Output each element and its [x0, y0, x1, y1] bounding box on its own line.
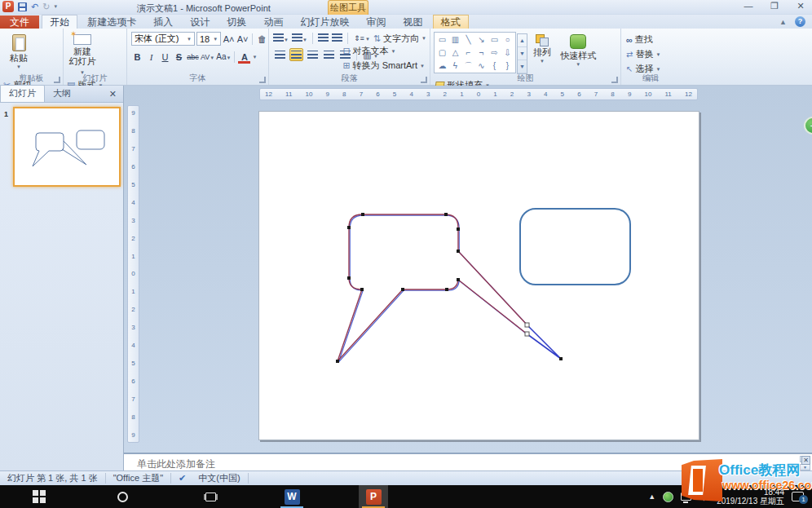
shape-icon[interactable]: } [501, 60, 514, 72]
shape-icon[interactable]: ▭ [436, 33, 448, 46]
decrease-indent-button[interactable] [318, 33, 329, 43]
tab-format[interactable]: 格式 [433, 15, 469, 29]
bold-button[interactable]: B [131, 51, 143, 64]
align-left-button[interactable] [273, 48, 287, 61]
shape-icon[interactable]: { [488, 60, 501, 72]
strikethrough-button[interactable]: S [173, 51, 185, 64]
line-spacing-button[interactable]: ⇕≡▼ [353, 32, 370, 45]
tab-animations[interactable]: 动画 [256, 15, 290, 29]
character-spacing-button[interactable]: AV▼ [201, 51, 214, 64]
shape-icon[interactable]: ▢ [436, 46, 448, 59]
shape-icon[interactable]: ⌒ [462, 60, 474, 72]
search-button[interactable] [108, 485, 137, 508]
shape-icon[interactable]: ○ [501, 33, 514, 46]
font-dialog-launcher-icon[interactable] [259, 77, 266, 83]
tab-slideshow[interactable]: 幻灯片放映 [293, 15, 356, 29]
antivirus-tray-icon[interactable] [663, 492, 673, 502]
shape-icon[interactable]: ¬ [475, 46, 488, 59]
find-button[interactable]: ∞查找 [626, 33, 660, 46]
undo-icon[interactable]: ↶ [31, 2, 38, 11]
paste-dropdown-icon[interactable]: ▼ [16, 64, 21, 69]
paragraph-dialog-launcher-icon[interactable] [421, 77, 427, 83]
change-case-button[interactable]: Aa▼ [216, 51, 231, 64]
align-right-button[interactable] [306, 48, 320, 61]
tab-review[interactable]: 审阅 [360, 15, 394, 29]
align-text-button[interactable]: ⊟对齐文本 ▼ [342, 45, 425, 57]
qat-dropdown-icon[interactable]: ▾ [54, 3, 57, 10]
shape-icon[interactable]: ϟ [449, 60, 461, 72]
tab-view[interactable]: 视图 [396, 15, 430, 29]
taskbar-word[interactable]: W [277, 485, 307, 508]
notes-placeholder[interactable]: 单击此处添加备注 [137, 458, 215, 470]
tab-slides-thumbnails[interactable]: 幻灯片 [0, 85, 45, 102]
collapse-ribbon-icon[interactable]: ▲ [779, 18, 787, 26]
font-size-combo[interactable]: 18▼ [196, 32, 221, 46]
help-icon[interactable]: ? [795, 16, 805, 27]
drawing-dialog-launcher-icon[interactable] [611, 77, 618, 83]
slide-thumbnail[interactable] [13, 107, 121, 187]
task-view-button[interactable] [196, 485, 225, 508]
justify-button[interactable] [322, 48, 336, 61]
gallery-down-icon[interactable]: ▼ [518, 47, 527, 60]
shape-icon[interactable]: ⌐ [462, 46, 474, 59]
theme-name[interactable]: "Office 主题" [106, 473, 171, 484]
shape-icon[interactable]: ∿ [475, 60, 488, 72]
watermark-close-icon[interactable]: ✕ [801, 456, 810, 465]
taskbar-powerpoint[interactable]: P [359, 485, 388, 508]
gallery-up-icon[interactable]: ▲ [518, 34, 527, 47]
tab-custom[interactable]: 新建选项卡 [80, 15, 143, 29]
maximize-button[interactable]: ❐ [768, 1, 781, 11]
shrink-font-button[interactable]: A˅ [236, 33, 249, 46]
slide-editing-area[interactable]: 1211109876543210123456789101112 98765432… [124, 86, 812, 453]
edit-handle-points[interactable] [525, 323, 529, 336]
shape-icon[interactable]: ╲ [462, 33, 474, 46]
spellcheck-icon[interactable]: ✔ [171, 473, 191, 484]
redo-icon[interactable]: ↻ [42, 2, 50, 11]
callout-shape-edit-path[interactable] [338, 214, 527, 361]
text-shadow-button[interactable]: abc [187, 51, 199, 64]
tab-file[interactable]: 文件 [0, 15, 39, 29]
close-button[interactable]: ✕ [794, 1, 807, 11]
quick-styles-button[interactable]: 快速样式▼ [557, 32, 599, 77]
close-pane-icon[interactable]: ✕ [103, 89, 123, 102]
save-icon[interactable] [18, 2, 27, 11]
tab-design[interactable]: 设计 [183, 15, 217, 29]
shape-icon[interactable]: △ [449, 46, 461, 59]
numbering-button[interactable]: ▼ [292, 33, 307, 43]
gallery-more-icon[interactable]: ▼ [518, 60, 527, 73]
bullets-button[interactable]: ▼ [273, 33, 289, 43]
powerpoint-app-icon[interactable]: P [2, 1, 14, 12]
tab-insert[interactable]: 插入 [146, 15, 180, 29]
tab-transitions[interactable]: 切换 [219, 15, 254, 29]
font-color-button[interactable]: A [238, 51, 250, 64]
tray-expand-icon[interactable]: ▲ [648, 493, 655, 501]
clear-formatting-button[interactable]: 🗑 [256, 33, 268, 46]
text-direction-button[interactable]: ⇅文字方向 ▼ [373, 33, 426, 45]
tab-home[interactable]: 开始 [42, 15, 77, 29]
convert-smartart-button[interactable]: ⊞转换为 SmartArt ▼ [342, 60, 425, 72]
shape-icon[interactable]: ▭ [488, 33, 501, 46]
shape-icon[interactable]: ☁ [436, 60, 448, 72]
italic-button[interactable]: I [145, 51, 157, 64]
shape-icon[interactable]: ▥ [449, 33, 461, 46]
new-slide-button[interactable]: 新建幻灯片 ▼ [67, 32, 98, 77]
shape-icon[interactable]: ↘ [475, 33, 488, 46]
replace-button[interactable]: ⇄替换 ▼ [626, 48, 660, 60]
shape-icon[interactable]: ⇨ [488, 46, 501, 59]
increase-indent-button[interactable] [332, 33, 342, 43]
minimize-button[interactable]: — [742, 1, 755, 11]
font-name-combo[interactable]: 宋体 (正文)▼ [131, 32, 195, 46]
shape-icon[interactable]: ⇩ [501, 46, 514, 59]
font-color-dropdown-icon[interactable]: ▼ [252, 55, 257, 60]
language-indicator[interactable]: 中文(中国) [191, 473, 248, 484]
grow-font-button[interactable]: A˄ [223, 33, 235, 46]
tab-outline[interactable]: 大纲 [45, 86, 79, 102]
start-button[interactable] [24, 485, 54, 508]
align-center-button[interactable] [289, 48, 303, 61]
arrange-button[interactable]: 排列▼ [530, 32, 554, 77]
paste-button[interactable]: 粘贴 ▼ [3, 32, 34, 77]
clipboard-dialog-launcher-icon[interactable] [54, 77, 60, 83]
underline-button[interactable]: U [159, 51, 171, 64]
callout-tail-segment[interactable] [527, 325, 561, 359]
rounded-rectangle-shape[interactable] [520, 209, 630, 285]
